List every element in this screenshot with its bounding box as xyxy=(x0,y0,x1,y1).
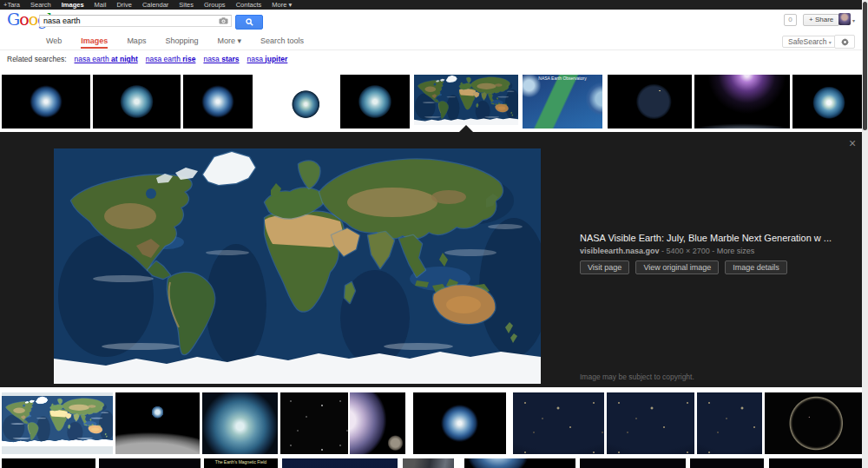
thumbnail-dark-space-4[interactable] xyxy=(769,458,864,468)
tab-images[interactable]: Images xyxy=(81,36,108,49)
thumbnail-earth-globe-clouds[interactable] xyxy=(340,75,410,129)
thumbnail-north-america-at-night[interactable] xyxy=(607,392,694,454)
related-search-nasa-earth-rise[interactable]: nasa earth rise xyxy=(146,55,196,63)
selected-thumbnail-caret xyxy=(459,125,473,132)
scrollbar-thumb[interactable] xyxy=(863,2,867,130)
thumbnail-earth-and-moon-purple[interactable] xyxy=(350,392,405,454)
topbar-item-more[interactable]: More ▾ xyxy=(272,1,292,9)
related-plain: nasa xyxy=(203,55,221,63)
related-searches: Related searches: nasa earth at nightnas… xyxy=(7,55,287,63)
related-plain: nasa earth xyxy=(146,55,183,63)
image-preview-panel: × NASA Visible Earth: July, Blue Marble … xyxy=(0,132,868,387)
related-bold: stars xyxy=(221,55,239,63)
thumbnail-earth-night-crescent[interactable] xyxy=(765,392,864,454)
view-original-image-button[interactable]: View original image xyxy=(635,260,719,274)
tabs: WebImagesMapsShoppingMore ▾Search tools xyxy=(46,33,304,49)
logo-letter: o xyxy=(29,10,37,29)
avatar-caret-icon: ▾ xyxy=(852,17,855,23)
thumbnail-earth-globe-closeup[interactable] xyxy=(202,392,278,454)
safesearch-caret-icon: ▾ xyxy=(829,40,832,45)
related-bold: jupiter xyxy=(265,55,287,63)
tab-maps[interactable]: Maps xyxy=(127,36,146,45)
preview-image-world-map[interactable] xyxy=(54,148,541,384)
preview-buttons: Visit pageView original imageImage detai… xyxy=(580,260,787,274)
thumbnail-gray-image[interactable] xyxy=(403,458,454,468)
tab-more[interactable]: More ▾ xyxy=(217,36,241,45)
search-by-image-camera-icon[interactable] xyxy=(219,17,228,24)
topbar-item-sites[interactable]: Sites xyxy=(179,1,194,9)
topbar-item-mail[interactable]: Mail xyxy=(95,1,107,9)
thumbnail-dark-space-2[interactable] xyxy=(580,458,686,468)
logo-letter: o xyxy=(19,10,28,29)
tab-web[interactable]: Web xyxy=(46,36,62,45)
logo-letter: G xyxy=(7,10,19,29)
close-preview-icon[interactable]: × xyxy=(849,137,856,149)
thumbnail-earth-with-moon[interactable] xyxy=(255,75,337,129)
preview-title[interactable]: NASA Visible Earth: July, Blue Marble Ne… xyxy=(580,233,853,243)
more-sizes-link[interactable]: More sizes xyxy=(717,247,755,255)
tab-search-tools[interactable]: Search tools xyxy=(260,36,304,45)
topbar-item-groups[interactable]: Groups xyxy=(204,1,226,9)
search-button[interactable] xyxy=(235,15,263,30)
avatar[interactable] xyxy=(838,13,851,25)
related-searches-label: Related searches: xyxy=(7,55,67,63)
related-search-nasa-jupiter[interactable]: nasa jupiter xyxy=(247,55,288,63)
google-images-page: +TaraSearchImagesMailDriveCalendarSitesG… xyxy=(0,0,868,468)
share-button[interactable]: + Share xyxy=(803,14,839,26)
thumbnail-city-lights-bw[interactable] xyxy=(280,392,348,454)
related-bold: at night xyxy=(111,55,138,63)
topbar-item-tara[interactable]: +Tara xyxy=(3,1,20,9)
topbar-item-calendar[interactable]: Calendar xyxy=(142,1,168,9)
related-bold: rise xyxy=(182,55,195,63)
thumbnail-earth-globe-teal[interactable] xyxy=(93,75,181,129)
thumbnail-europe-at-night[interactable] xyxy=(513,392,604,454)
magnifier-icon xyxy=(246,18,253,26)
settings-gear-button[interactable] xyxy=(834,35,855,49)
thumbnail-world-map-selected[interactable] xyxy=(412,75,521,129)
thumbnail-world-map-flat[interactable] xyxy=(2,392,113,454)
thumbnail-dark-space[interactable] xyxy=(99,458,201,468)
topbar-item-images[interactable]: Images xyxy=(62,1,84,9)
copyright-note: Image may be subject to copyright. xyxy=(580,372,694,381)
thumbnail-caption: The Earth's Magnetic Field xyxy=(204,459,278,465)
topbar-item-contacts[interactable]: Contacts xyxy=(236,1,262,9)
thumbnail-earth-blue-marble[interactable] xyxy=(2,75,90,129)
topbar: +TaraSearchImagesMailDriveCalendarSitesG… xyxy=(0,0,868,10)
safesearch-dropdown[interactable]: SafeSearch ▾ xyxy=(782,36,838,48)
map-image xyxy=(2,396,113,446)
thumbnail-earth-from-space[interactable] xyxy=(464,458,575,468)
related-plain: nasa xyxy=(247,55,266,63)
visit-page-button[interactable]: Visit page xyxy=(580,260,629,274)
thumbnail-europe-at-night-2[interactable] xyxy=(697,392,762,454)
thumbnail-dark-blue-earth[interactable] xyxy=(282,458,398,468)
related-search-nasa-earth-at-night[interactable]: nasa earth at night xyxy=(75,55,138,63)
thumbnail-dark-space-3[interactable] xyxy=(690,458,764,468)
tab-shopping[interactable]: Shopping xyxy=(165,36,198,45)
tabs-row: WebImagesMapsShoppingMore ▾Search tools … xyxy=(0,33,868,50)
thumbnail-caption: NASA Earth Observatory xyxy=(523,76,602,81)
scrollbar[interactable] xyxy=(862,0,868,468)
safesearch-label: SafeSearch xyxy=(788,37,826,46)
thumbnail-earth-globe[interactable] xyxy=(183,75,253,129)
image-details-button[interactable]: Image details xyxy=(725,260,787,274)
thumbnail-earth-globe-pacific[interactable] xyxy=(413,392,506,454)
thumbnail-earth-horizon-flare[interactable] xyxy=(694,75,790,129)
related-plain: nasa earth xyxy=(75,55,112,63)
related-search-nasa-stars[interactable]: nasa stars xyxy=(203,55,239,63)
thumbnail-nasa-earth-observatory-poster[interactable]: NASA Earth Observatory xyxy=(523,75,602,129)
search-input[interactable] xyxy=(39,15,232,27)
thumbnail-earthrise-over-moon[interactable] xyxy=(115,392,200,454)
thumbnail-earth-globe-americas[interactable] xyxy=(792,75,865,129)
topbar-item-search[interactable]: Search xyxy=(30,1,51,9)
preview-dimensions: - 5400 × 2700 - xyxy=(660,247,717,255)
preview-source-link[interactable]: visibleearth.nasa.gov xyxy=(580,247,660,255)
thumbnail-space-glow[interactable] xyxy=(2,458,95,468)
notifications-button[interactable]: 0 xyxy=(784,14,797,26)
topbar-item-drive[interactable]: Drive xyxy=(116,1,132,9)
preview-meta: visibleearth.nasa.gov - 5400 × 2700 - Mo… xyxy=(580,247,754,255)
selected-map-image xyxy=(414,75,519,125)
thumbnail-earth-night-side[interactable] xyxy=(608,75,692,129)
thumbnail-earth-magnetic-field[interactable]: The Earth's Magnetic Field xyxy=(204,458,278,468)
gear-icon xyxy=(841,38,849,46)
